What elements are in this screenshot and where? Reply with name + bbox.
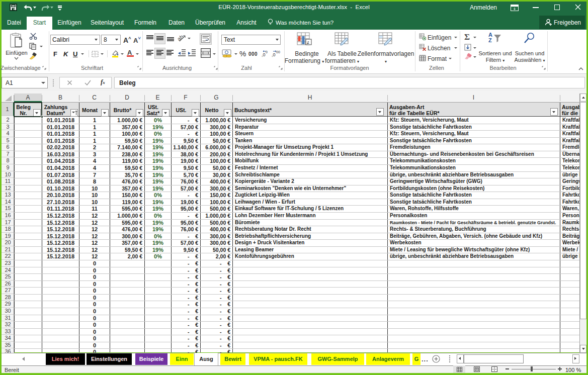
svg-text:ab: ab <box>178 34 185 42</box>
svg-text:00: 00 <box>276 50 280 54</box>
svg-text:0: 0 <box>266 50 268 54</box>
svg-text:,0: ,0 <box>272 52 276 57</box>
svg-text:≠: ≠ <box>307 40 309 45</box>
svg-text:,0: ,0 <box>262 52 266 57</box>
